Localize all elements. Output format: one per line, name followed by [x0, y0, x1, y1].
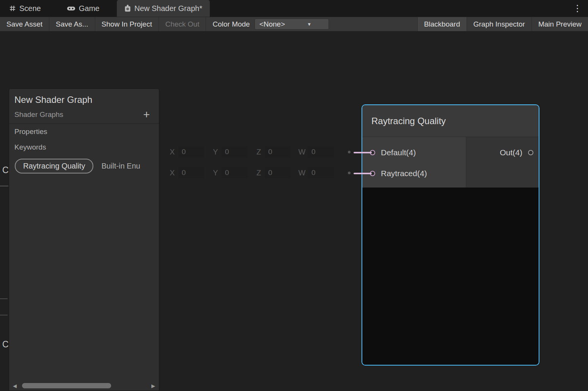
y-value-field[interactable]: 0: [222, 167, 247, 178]
x-label: X: [168, 169, 176, 177]
shader-graph-asset-icon: [124, 5, 131, 12]
edge-to-default-port[interactable]: [354, 152, 372, 153]
z-label: Z: [255, 148, 263, 156]
clipped-node-divider: [0, 186, 8, 186]
w-label: W: [298, 148, 306, 156]
blackboard-panel[interactable]: New Shader Graph Shader Graphs + Propert…: [9, 88, 159, 391]
blackboard-horizontal-scrollbar[interactable]: ◀ ▶: [11, 382, 157, 390]
clipped-node-divider: [0, 315, 8, 315]
scrollbar-thumb[interactable]: [22, 383, 111, 388]
save-asset-button[interactable]: Save Asset: [0, 17, 49, 31]
z-label: Z: [255, 169, 263, 177]
out-port[interactable]: [528, 150, 533, 155]
main-preview-toggle-button[interactable]: Main Preview: [532, 17, 588, 31]
properties-section-header[interactable]: Properties: [9, 124, 159, 139]
clipped-node-title-fragment: C: [2, 339, 9, 350]
scrollbar-track[interactable]: [19, 383, 149, 389]
y-label: Y: [211, 148, 220, 156]
scroll-left-icon[interactable]: ◀: [11, 383, 19, 389]
vector4-row: X 0 Y 0 Z 0 W 0: [168, 145, 351, 159]
x-value-field[interactable]: 0: [178, 167, 204, 178]
vector4-node[interactable]: X 0 Y 0 Z 0 W 0 X 0 Y 0 Z 0 W 0: [168, 145, 351, 187]
blackboard-toggle-button[interactable]: Blackboard: [418, 17, 467, 31]
raytraced-input-label: Raytraced(4): [381, 169, 427, 178]
show-in-project-button[interactable]: Show In Project: [95, 17, 159, 31]
node-preview-area: [362, 188, 539, 365]
z-value-field[interactable]: 0: [265, 167, 291, 178]
out-label: Out(4): [500, 148, 522, 157]
output-port-row: Out(4): [466, 142, 539, 163]
chevron-down-icon: ▼: [307, 22, 311, 27]
color-mode-label: Color Mode: [206, 17, 253, 31]
z-value-field[interactable]: 0: [265, 146, 291, 158]
input-port-row: Default(4): [362, 142, 466, 163]
y-label: Y: [211, 169, 220, 177]
edge-to-raytraced-port[interactable]: [354, 173, 372, 174]
node-port-section: Default(4) Raytraced(4) Out(4): [362, 137, 539, 188]
blackboard-subtitle: Shader Graphs: [14, 110, 63, 119]
tab-scene-label: Scene: [19, 4, 41, 13]
node-title[interactable]: Raytracing Quality: [362, 105, 539, 137]
x-value-field[interactable]: 0: [178, 146, 204, 158]
shader-graph-toolbar: Save Asset Save As... Show In Project Ch…: [0, 17, 588, 31]
node-input-column: Default(4) Raytraced(4): [362, 137, 466, 188]
keyword-row: Raytracing Quality Built-in Enu: [9, 159, 159, 173]
color-mode-value: <None>: [259, 20, 285, 28]
tab-game-label: Game: [79, 4, 99, 13]
keyword-type-label: Built-in Enu: [101, 162, 140, 170]
y-value-field[interactable]: 0: [222, 146, 247, 158]
w-value-field[interactable]: 0: [308, 146, 334, 158]
raytracing-quality-node[interactable]: Raytracing Quality Default(4) Raytraced(…: [362, 104, 539, 366]
color-mode-dropdown[interactable]: <None> ▼: [255, 19, 329, 30]
keywords-section-header[interactable]: Keywords: [9, 139, 159, 155]
clipped-node-title-fragment: C: [2, 165, 9, 175]
w-label: W: [298, 169, 306, 177]
blackboard-header: New Shader Graph Shader Graphs +: [9, 89, 159, 124]
tab-shader-graph-label: New Shader Graph*: [134, 4, 202, 13]
tab-scene[interactable]: Scene: [2, 0, 49, 17]
tab-shader-graph[interactable]: New Shader Graph*: [117, 0, 210, 17]
gamepad-icon: [67, 6, 75, 11]
output-port-dot[interactable]: [348, 151, 351, 153]
raytracing-quality-keyword-pill[interactable]: Raytracing Quality: [15, 159, 93, 173]
graph-inspector-toggle-button[interactable]: Graph Inspector: [467, 17, 532, 31]
input-port-row: Raytraced(4): [362, 163, 466, 184]
w-value-field[interactable]: 0: [308, 167, 334, 178]
graph-canvas[interactable]: C C X 0 Y 0 Z 0 W 0 X 0 Y 0 Z 0 W 0: [0, 31, 588, 391]
add-property-button[interactable]: +: [140, 110, 153, 119]
check-out-button: Check Out: [159, 17, 206, 31]
blackboard-title: New Shader Graph: [14, 95, 153, 105]
scroll-right-icon[interactable]: ▶: [149, 383, 157, 389]
kebab-menu-icon[interactable]: ⋮: [567, 0, 588, 17]
tab-game[interactable]: Game: [59, 0, 107, 17]
editor-tab-bar: Scene Game New Shader Graph* ⋮: [0, 0, 588, 17]
scene-grid-icon: [9, 5, 16, 12]
default-input-label: Default(4): [381, 148, 416, 157]
save-as-button[interactable]: Save As...: [49, 17, 95, 31]
clipped-node-divider: [0, 298, 8, 299]
x-label: X: [168, 148, 176, 156]
output-port-dot[interactable]: [348, 172, 351, 174]
vector4-row: X 0 Y 0 Z 0 W 0: [168, 166, 351, 180]
node-output-column: Out(4): [466, 137, 539, 188]
